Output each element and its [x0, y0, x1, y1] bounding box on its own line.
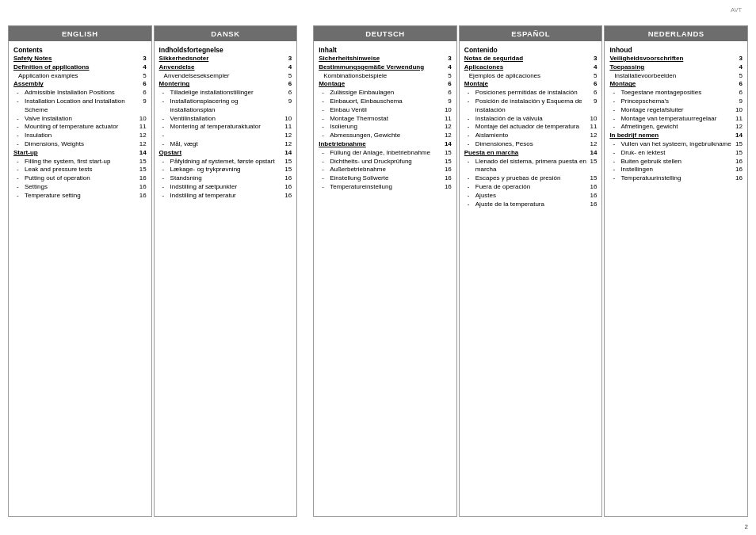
- toc-row: Montering6: [159, 80, 292, 89]
- toc-row: Definition of applications4: [13, 63, 147, 72]
- toc-num: 3: [587, 55, 597, 63]
- dash-num: 16: [282, 174, 292, 183]
- dash-num: 11: [587, 123, 597, 132]
- toc-row: Start-up14: [13, 149, 147, 158]
- dash-num: 6: [587, 89, 597, 97]
- dash-num: 16: [282, 192, 292, 201]
- toc-num: 14: [137, 149, 147, 158]
- dash-num: 12: [587, 140, 597, 149]
- dash-num: 16: [733, 166, 743, 174]
- dash-label: Buiten gebruik stellen: [617, 158, 733, 166]
- toc-row: Montage6: [609, 80, 743, 89]
- dash-row: -Einstellung Sollwerte16: [319, 174, 452, 183]
- dash-label: [167, 132, 283, 140]
- toc-label: Anvendelse: [159, 63, 283, 72]
- toc-row: Veiligheidsvoorschriften3: [609, 55, 743, 63]
- dash-row: -Montage van temperatuurregelaar11: [609, 115, 743, 124]
- col-header-english: ENGLISH: [9, 26, 151, 41]
- toc-label: Sicherheitshinweise: [319, 55, 442, 63]
- dash-num: 16: [442, 183, 452, 192]
- dash-row: -Princepschema's9: [609, 97, 743, 106]
- dash-row: -Llenado del sistema, primera puesta en …: [464, 158, 598, 175]
- dash-num: 15: [282, 158, 292, 166]
- dash-label: Aislamiento: [472, 132, 588, 140]
- dash-row: -Putting out of operation16: [13, 174, 147, 183]
- dash-row: -Aislamiento12: [464, 132, 598, 140]
- toc-row: Safety Notes3: [13, 55, 147, 63]
- sub-row: Installatievoorbeelden5: [609, 72, 743, 81]
- sub-label: Ejemplos de aplicaciones: [469, 72, 588, 81]
- dash-label: Druk- en lektest: [617, 149, 733, 158]
- dash-label: Zulässige Einbaulagen: [326, 89, 442, 97]
- dash-row: -Instellingen16: [609, 166, 743, 174]
- dash-num: 10: [442, 106, 452, 115]
- dash-row: -Temperature setting16: [13, 192, 147, 201]
- dash-row: -Mål, vægt12: [159, 140, 292, 149]
- dash-label: Einbauort, Einbauschema: [326, 97, 442, 106]
- dash-row: -Montaje del actuador de temperatura11: [464, 123, 598, 132]
- dash-row: -Indstilling af sætpunkter16: [159, 183, 292, 192]
- dash-num: 16: [282, 183, 292, 192]
- toc-num: 3: [733, 55, 743, 63]
- toc-label: Opstart: [159, 149, 283, 158]
- toc-num: 3: [442, 55, 452, 63]
- dash-num: 16: [442, 174, 452, 183]
- dash-num: 16: [733, 158, 743, 166]
- col-dansk: DANSKIndholdsfortegnelseSikkerhedsnoter3…: [154, 25, 298, 517]
- dash-label: Montage Thermostat: [326, 115, 442, 124]
- dash-label: Lækage- og trykprøvning: [167, 166, 283, 174]
- toc-num: 3: [282, 55, 292, 63]
- dash-num: 6: [137, 89, 147, 97]
- dash-num: 12: [733, 123, 743, 132]
- sub-label: Anvendelseseksempler: [164, 72, 283, 81]
- toc-num: 4: [587, 63, 597, 72]
- dash-row: -Dichtheits- und Druckprüfung15: [319, 158, 452, 166]
- dash-label: Princepschema's: [617, 97, 733, 106]
- dash-label: Ventilinstallation: [167, 115, 283, 124]
- dash-num: 11: [137, 123, 147, 132]
- dash-num: 12: [137, 132, 147, 140]
- toc-label: Inbetriebnahme: [319, 140, 442, 149]
- dash-label: Llenado del sistema, primera puesta en m…: [472, 158, 588, 175]
- dash-label: Afmetingen, gewicht: [617, 123, 733, 132]
- avt-label: AVT: [731, 6, 742, 13]
- toc-label: Notas de seguridad: [464, 55, 588, 63]
- dash-label: Filling the system, first start-up: [21, 158, 137, 166]
- toc-row: Bestimmungsgemäße Verwendung4: [319, 63, 452, 72]
- dash-num: 6: [442, 89, 452, 97]
- dash-label: Toegestane montageposities: [617, 89, 733, 97]
- dash-label: Putting out of operation: [21, 174, 137, 183]
- dash-label: Montering af temperaturaktuator: [167, 123, 283, 132]
- col-english: ENGLISHContentsSafety Notes3Definition o…: [8, 25, 152, 517]
- toc-num: 3: [137, 55, 147, 63]
- col-header-deutsch: DEUTSCH: [314, 26, 456, 41]
- dash-label: Installation Location and Installation S…: [21, 97, 137, 115]
- dash-row: -Leak and pressure tests15: [13, 166, 147, 174]
- sub-label: Application examples: [18, 72, 137, 81]
- dash-num: 15: [137, 166, 147, 174]
- toc-label: Montage: [319, 80, 442, 89]
- sub-num: 5: [282, 72, 292, 81]
- dash-row: -Montering af temperaturaktuator11: [159, 123, 292, 132]
- dash-row: -Posición de instalación y Esquema de in…: [464, 97, 598, 115]
- toc-label: Assembly: [13, 80, 137, 89]
- dash-row: -12: [159, 132, 292, 140]
- toc-row: Sikkerhedsnoter3: [159, 55, 292, 63]
- toc-row: Puesta en marcha14: [464, 149, 598, 158]
- toc-num: 6: [442, 80, 452, 89]
- dash-label: Admissible Installation Positions: [21, 89, 137, 97]
- sub-num: 5: [733, 72, 743, 81]
- dash-num: 16: [137, 192, 147, 201]
- dash-label: Instalación de la válvula: [472, 115, 588, 124]
- section-title: Contents: [13, 46, 147, 54]
- toc-row: Notas de seguridad3: [464, 55, 598, 63]
- dash-label: Ajuste de la temperatura: [472, 201, 588, 209]
- dash-num: 6: [733, 89, 743, 97]
- col-espanol: ESPAÑOLContenidoNotas de seguridad3Aplic…: [459, 25, 603, 517]
- sub-row: Anvendelseseksempler5: [159, 72, 292, 81]
- dash-num: 15: [442, 149, 452, 158]
- dash-label: Insulation: [21, 132, 137, 140]
- toc-row: In bedrijf nemen14: [609, 132, 743, 140]
- dash-row: -Buiten gebruik stellen16: [609, 158, 743, 166]
- dash-label: Isolierung: [326, 123, 442, 132]
